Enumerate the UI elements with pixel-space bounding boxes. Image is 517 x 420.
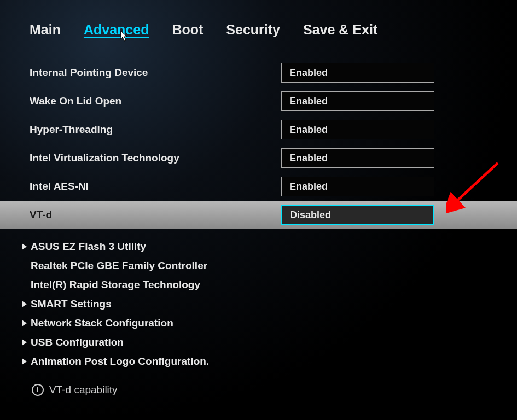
setting-intel-virtualization[interactable]: Intel Virtualization Technology Enabled <box>0 144 517 172</box>
info-icon: i <box>32 384 44 396</box>
setting-intel-aes-ni[interactable]: Intel AES-NI Enabled <box>0 172 517 201</box>
setting-hyper-threading[interactable]: Hyper-Threading Enabled <box>0 115 517 144</box>
submenu-realtek-pcie[interactable]: Realtek PCIe GBE Family Controller <box>0 256 517 275</box>
chevron-right-icon <box>22 339 27 346</box>
setting-value[interactable]: Enabled <box>281 120 434 139</box>
submenu-asus-ez-flash[interactable]: ASUS EZ Flash 3 Utility <box>0 237 517 256</box>
submenu-label: Realtek PCIe GBE Family Controller <box>31 260 207 272</box>
tab-main[interactable]: Main <box>30 22 61 38</box>
help-text: VT-d capability <box>49 384 118 396</box>
setting-label: Hyper-Threading <box>30 124 281 136</box>
help-row: i VT-d capability <box>0 371 517 396</box>
submenu-label: SMART Settings <box>31 298 112 310</box>
setting-value[interactable]: Enabled <box>281 148 434 168</box>
setting-label: Intel Virtualization Technology <box>30 152 281 164</box>
settings-list: Internal Pointing Device Enabled Wake On… <box>0 43 517 396</box>
chevron-right-icon <box>22 301 27 307</box>
submenu-intel-rapid-storage[interactable]: Intel(R) Rapid Storage Technology <box>0 275 517 294</box>
setting-label: Wake On Lid Open <box>30 95 281 107</box>
setting-value[interactable]: Enabled <box>281 91 434 111</box>
submenu-smart-settings[interactable]: SMART Settings <box>0 294 517 313</box>
setting-internal-pointing-device[interactable]: Internal Pointing Device Enabled <box>0 59 517 87</box>
submenu-label: Intel(R) Rapid Storage Technology <box>31 279 200 291</box>
chevron-right-icon <box>22 243 27 250</box>
setting-value[interactable]: Disabled <box>281 205 434 225</box>
tab-boot[interactable]: Boot <box>172 22 203 38</box>
setting-label: Internal Pointing Device <box>30 67 281 79</box>
chevron-right-icon <box>22 320 27 326</box>
tab-bar: Main Advanced Boot Security Save & Exit <box>0 0 517 43</box>
submenu-label: Animation Post Logo Configuration. <box>31 355 209 368</box>
setting-wake-on-lid-open[interactable]: Wake On Lid Open Enabled <box>0 87 517 115</box>
submenu-usb-config[interactable]: USB Configuration <box>0 332 517 352</box>
setting-value[interactable]: Enabled <box>281 63 434 83</box>
tab-save-exit[interactable]: Save & Exit <box>303 22 377 38</box>
submenu-network-stack[interactable]: Network Stack Configuration <box>0 313 517 332</box>
submenu-label: ASUS EZ Flash 3 Utility <box>31 241 146 253</box>
setting-value[interactable]: Enabled <box>281 177 434 196</box>
submenu-label: USB Configuration <box>31 336 124 348</box>
setting-label: Intel AES-NI <box>30 180 281 192</box>
chevron-right-icon <box>22 358 27 365</box>
submenu-animation-post-logo[interactable]: Animation Post Logo Configuration. <box>0 352 517 371</box>
submenu-label: Network Stack Configuration <box>31 317 173 329</box>
tab-advanced[interactable]: Advanced <box>84 22 149 38</box>
setting-vt-d[interactable]: VT-d Disabled <box>0 201 517 229</box>
tab-security[interactable]: Security <box>226 22 280 38</box>
setting-label: VT-d <box>30 209 281 221</box>
